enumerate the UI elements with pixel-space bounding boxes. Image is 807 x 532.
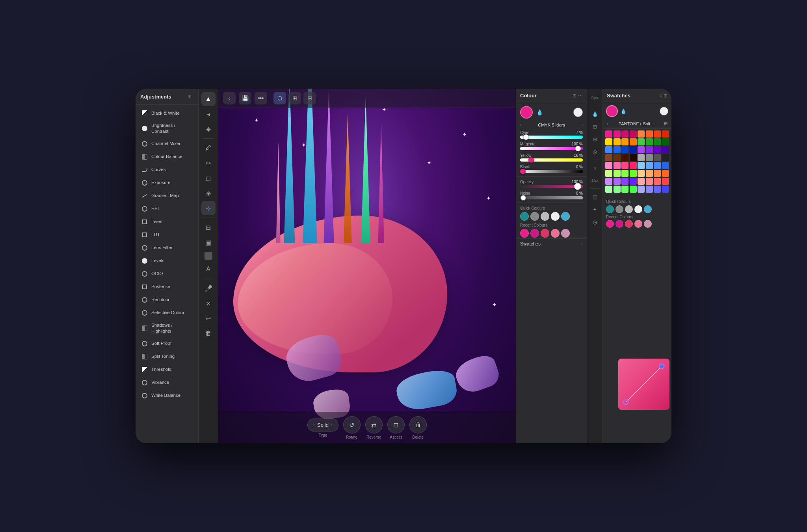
adj-item-recolour[interactable]: Recolour <box>137 294 197 306</box>
swatch-41[interactable] <box>614 170 621 177</box>
swatch-34[interactable] <box>621 162 628 169</box>
noise-thumb[interactable] <box>520 195 526 201</box>
swatch-43[interactable] <box>630 170 637 177</box>
colour-expand-icon[interactable]: ⊞ <box>573 93 576 99</box>
adj-item-channel-mixer[interactable]: Channel Mixer <box>137 138 197 150</box>
adj-item-colour-balance[interactable]: Colour Balance <box>137 151 197 163</box>
swatch-5[interactable] <box>646 130 653 138</box>
swatch-18[interactable] <box>621 146 628 153</box>
swatch-8[interactable] <box>605 138 612 145</box>
swatch-7[interactable] <box>662 130 669 138</box>
swatch-0[interactable] <box>605 130 612 138</box>
swatches-row[interactable]: Swatches › <box>516 238 587 249</box>
tool-active[interactable]: ⊹ <box>201 201 216 215</box>
cyan-thumb[interactable] <box>523 134 529 140</box>
swatch-17[interactable] <box>614 146 621 153</box>
adj-item-soft-proof[interactable]: Soft Proof <box>137 337 197 350</box>
swatch-39[interactable] <box>662 162 669 169</box>
swatch-1[interactable] <box>614 130 621 138</box>
rotate-button[interactable]: ↺ <box>343 416 361 433</box>
swatch-14[interactable] <box>654 138 661 145</box>
more-button[interactable]: ••• <box>255 92 267 104</box>
adj-item-hsl[interactable]: HSL <box>137 203 197 215</box>
noise-track[interactable] <box>520 196 583 199</box>
swatch-23[interactable] <box>662 146 669 153</box>
primary-colour[interactable] <box>520 106 533 119</box>
swatch-22[interactable] <box>654 146 661 153</box>
tool-delete[interactable]: 🗑 <box>201 326 216 340</box>
swatch-24[interactable] <box>605 154 612 161</box>
rt-layers[interactable]: ⊞ <box>589 121 601 132</box>
colour-more-icon[interactable]: ⋯ <box>578 93 583 99</box>
quick-colour-0[interactable] <box>520 212 529 221</box>
cmyk-next[interactable]: › <box>582 123 583 127</box>
swatch-46[interactable] <box>654 170 661 177</box>
adj-item-ocio[interactable]: OCIO <box>137 268 197 280</box>
sw-active-circle[interactable] <box>606 105 618 117</box>
save-button[interactable]: 💾 <box>239 92 251 104</box>
quick-colour-3[interactable] <box>551 212 560 221</box>
adj-item-invert[interactable]: Invert <box>137 216 197 228</box>
swatch-9[interactable] <box>614 138 621 145</box>
swatch-6[interactable] <box>654 130 661 138</box>
swatch-36[interactable] <box>638 162 645 169</box>
far-recent-colour-1[interactable] <box>615 220 623 228</box>
adj-item-levels[interactable]: Levels <box>137 255 197 267</box>
swatch-42[interactable] <box>621 170 628 177</box>
swatch-28[interactable] <box>638 154 645 161</box>
swatch-32[interactable] <box>605 162 612 169</box>
swatch-11[interactable] <box>630 138 637 145</box>
far-quick-colour-3[interactable] <box>634 205 642 213</box>
swatch-49[interactable] <box>614 178 621 185</box>
gradient-box[interactable] <box>618 359 669 410</box>
swatch-58[interactable] <box>621 186 628 193</box>
swatch-20[interactable] <box>638 146 645 153</box>
swatch-30[interactable] <box>654 154 661 161</box>
adj-item-shadows-highlights[interactable]: Shadows / Highlights <box>137 320 197 337</box>
tool-brush[interactable]: ✏ <box>201 156 216 170</box>
adj-item-black-white[interactable]: Black & White <box>137 107 197 119</box>
swatch-21[interactable] <box>646 146 653 153</box>
far-recent-colour-3[interactable] <box>634 220 642 228</box>
adj-item-lens-filter[interactable]: Lens Filter <box>137 242 197 254</box>
swatch-16[interactable] <box>605 146 612 153</box>
swatch-61[interactable] <box>646 186 653 193</box>
reverse-button[interactable]: ⇄ <box>365 416 383 433</box>
tool-node-btn[interactable]: ⬡ <box>273 92 286 104</box>
black-thumb[interactable] <box>520 169 526 174</box>
rt-grid[interactable]: ⊟ <box>589 133 601 145</box>
quick-colour-2[interactable] <box>541 212 549 221</box>
adj-item-threshold[interactable]: Threshold <box>137 363 197 376</box>
rt-text[interactable]: a <box>589 162 601 174</box>
tool-text[interactable]: A <box>201 262 216 276</box>
cmyk-prev[interactable]: ‹ <box>520 123 521 127</box>
swatch-59[interactable] <box>630 186 637 193</box>
adj-item-exposure[interactable]: Exposure <box>137 177 197 189</box>
swatch-48[interactable] <box>605 178 612 185</box>
tool-mic[interactable]: 🎤 <box>201 281 216 296</box>
swatch-27[interactable] <box>630 154 637 161</box>
adj-item-posterise[interactable]: Posterise <box>137 281 197 293</box>
adj-item-curves[interactable]: Curves <box>137 164 197 176</box>
swatch-45[interactable] <box>646 170 653 177</box>
swatch-19[interactable] <box>630 146 637 153</box>
magenta-thumb[interactable] <box>575 146 581 151</box>
swatch-15[interactable] <box>662 138 669 145</box>
far-quick-colour-2[interactable] <box>625 205 633 213</box>
rt-star[interactable]: ✦ <box>589 203 601 215</box>
adj-item-split-toning[interactable]: Split Toning <box>137 350 197 363</box>
tool-grid-btn[interactable]: ⊞ <box>288 92 301 104</box>
rt-palette[interactable]: ◫ <box>589 191 601 203</box>
swatches-expand-icon[interactable]: ⊞ <box>664 93 668 99</box>
far-recent-colour-4[interactable] <box>644 220 652 228</box>
tool-select-arrow[interactable]: ◂ <box>201 107 216 121</box>
solid-selector[interactable]: ‹ Solid › <box>307 419 338 432</box>
cyan-track[interactable] <box>520 136 583 139</box>
adj-item-selective-colour[interactable]: Selective Colour <box>137 307 197 319</box>
swatch-33[interactable] <box>614 162 621 169</box>
swatches-list-icon[interactable]: ≡ <box>659 93 662 99</box>
tool-select[interactable]: ▲ <box>201 92 216 106</box>
tool-close[interactable]: ✕ <box>201 296 216 311</box>
swatch-3[interactable] <box>630 130 637 138</box>
yellow-track[interactable] <box>520 158 583 162</box>
